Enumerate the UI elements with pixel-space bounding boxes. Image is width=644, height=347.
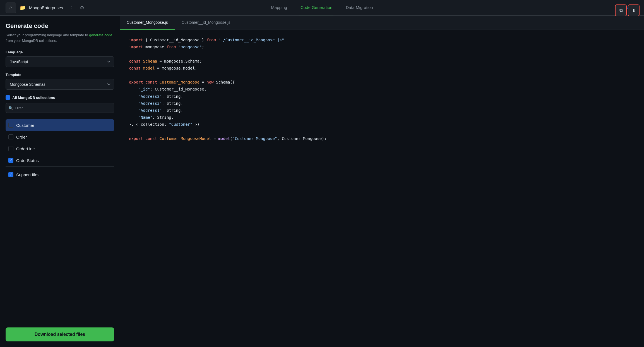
sidebar: Generate code Select your programming la… — [0, 16, 120, 347]
home-button[interactable]: ⌂ — [6, 3, 16, 13]
code-tabs: Customer_Mongoose.js Customer__id_Mongoo… — [120, 16, 644, 30]
code-content: import { Customer__id_Mongoose } from ".… — [120, 30, 644, 347]
download-button[interactable]: Download selected files — [6, 327, 114, 341]
collection-item-order[interactable]: Order — [6, 131, 114, 143]
project-name: MongoEnterprises — [29, 5, 63, 10]
tab-customer-mongoose[interactable]: Customer_Mongoose.js — [120, 16, 175, 30]
collections-label: All MongoDB collections — [12, 96, 55, 100]
checkbox-customer[interactable] — [8, 123, 13, 128]
top-nav: ⌂ 📁 MongoEnterprises ⋮ ⚙ Mapping Code Ge… — [0, 0, 644, 16]
code-panel: Customer_Mongoose.js Customer__id_Mongoo… — [120, 16, 644, 347]
collection-label-orderline: OrderLine — [16, 146, 35, 151]
project-folder-icon: 📁 — [20, 5, 26, 11]
divider — [6, 117, 114, 117]
nav-left: ⌂ 📁 MongoEnterprises ⋮ ⚙ — [6, 3, 217, 13]
nav-center: Mapping Code Generation Data Migration — [217, 0, 427, 15]
template-select[interactable]: Mongoose Schemas Prisma Sequelize — [6, 79, 114, 90]
collection-label-customer: Customer — [16, 123, 34, 128]
search-icon: 🔍 — [8, 106, 13, 110]
tab-data-migration[interactable]: Data Migration — [345, 0, 374, 15]
divider-2 — [6, 166, 114, 167]
more-options-icon[interactable]: ⋮ — [66, 3, 76, 12]
collection-item-support-files[interactable]: Support files — [6, 169, 114, 180]
settings-icon[interactable]: ⚙ — [80, 5, 84, 11]
sidebar-title: Generate code — [6, 22, 114, 30]
filter-container: 🔍 — [6, 103, 114, 113]
collection-label-support-files: Support files — [16, 172, 39, 177]
main-layout: Generate code Select your programming la… — [0, 16, 644, 347]
collection-item-orderline[interactable]: OrderLine — [6, 143, 114, 155]
code-actions: ⧉ ⬇ — [615, 16, 640, 16]
language-select[interactable]: JavaScript TypeScript Python — [6, 56, 114, 67]
template-label: Template — [6, 73, 114, 77]
generate-code-link[interactable]: generate code — [89, 33, 112, 37]
tab-customer-id-mongoose[interactable]: Customer__id_Mongoose.js — [175, 16, 237, 30]
code-block: import { Customer__id_Mongoose } from ".… — [129, 37, 635, 142]
sidebar-bottom: Download selected files — [6, 319, 114, 341]
sidebar-description: Select your programming language and tem… — [6, 32, 114, 43]
tab-mapping[interactable]: Mapping — [270, 0, 288, 15]
copy-button[interactable]: ⧉ — [615, 16, 627, 16]
checkbox-order[interactable] — [8, 134, 13, 139]
tab-code-generation[interactable]: Code Generation — [299, 0, 333, 15]
collections-dot-icon — [6, 95, 10, 100]
checkbox-support-files[interactable] — [8, 172, 13, 177]
collection-item-customer[interactable]: Customer — [6, 119, 114, 131]
collection-label-order: Order — [16, 135, 27, 139]
language-label: Language — [6, 50, 114, 54]
collection-item-orderstatus[interactable]: OrderStatus — [6, 155, 114, 166]
collection-label-orderstatus: OrderStatus — [16, 158, 39, 163]
checkbox-orderline[interactable] — [8, 146, 13, 151]
filter-input[interactable] — [6, 103, 114, 113]
nav-right: View Docs ↗ — [427, 5, 638, 10]
download-file-button[interactable]: ⬇ — [628, 16, 640, 16]
checkbox-orderstatus[interactable] — [8, 158, 13, 163]
collections-header: All MongoDB collections — [6, 95, 114, 100]
